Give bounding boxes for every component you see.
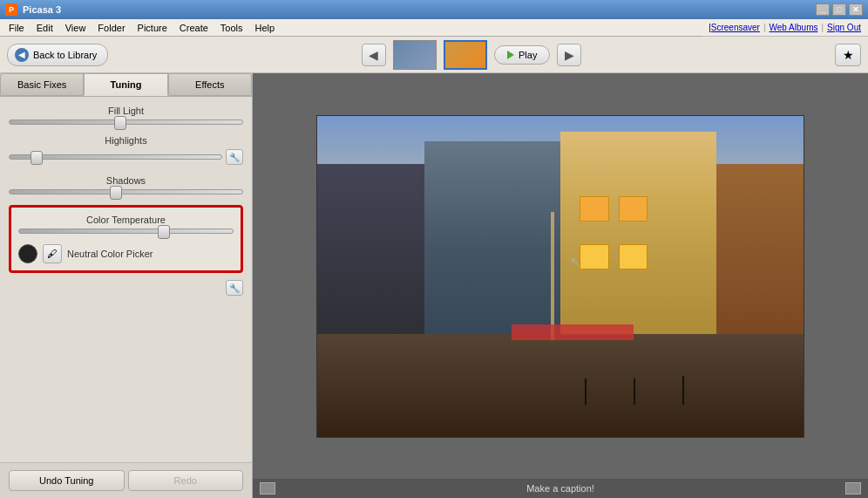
caption-text[interactable]: Make a caption! <box>526 483 594 494</box>
highlights-thumb[interactable] <box>31 151 43 165</box>
caption-nav-right[interactable] <box>845 482 861 495</box>
menu-edit[interactable]: Edit <box>31 22 58 34</box>
star-button[interactable]: ★ <box>835 44 861 66</box>
person-3 <box>682 376 684 405</box>
play-button[interactable]: Play <box>494 45 550 65</box>
neutral-color-circle <box>18 244 37 263</box>
plaza-ground <box>317 334 804 437</box>
color-temp-box: Color Temperature 🖋 Neutral Color Picker <box>9 205 243 273</box>
screensaver-link[interactable]: Screensaver <box>711 23 760 32</box>
menu-file[interactable]: File <box>3 22 30 34</box>
building-right <box>716 164 804 357</box>
panel-footer: Undo Tuning Redo <box>0 462 252 498</box>
main-content: Basic Fixes Tuning Effects Fill Light Hi… <box>0 73 868 498</box>
shop-awning <box>512 324 634 340</box>
web-albums-link[interactable]: Web Albums <box>770 23 818 32</box>
window-glow-3 <box>580 244 608 269</box>
tabs: Basic Fixes Tuning Effects <box>0 73 252 97</box>
menu-folder[interactable]: Folder <box>92 22 130 34</box>
menu-help[interactable]: Help <box>250 22 281 34</box>
shadows-thumb[interactable] <box>110 186 122 200</box>
eyedropper-button[interactable]: 🖋 <box>43 244 62 263</box>
nav-right: ★ <box>835 44 861 66</box>
back-to-library-button[interactable]: ◀ Back to Library <box>7 44 108 66</box>
shadows-section: Shadows <box>9 175 243 194</box>
window-glow-2 <box>619 196 648 222</box>
tab-tuning[interactable]: Tuning <box>84 73 167 96</box>
window-glow-1 <box>580 196 608 222</box>
neutral-color-picker-row: 🖋 Neutral Color Picker <box>18 244 234 263</box>
color-temperature-label: Color Temperature <box>18 215 234 225</box>
highlights-slider-container: 🔧 <box>9 149 243 165</box>
nav-center: ◀ Play ▶ <box>115 40 828 70</box>
color-temperature-section: Color Temperature <box>18 215 234 234</box>
menu-view[interactable]: View <box>60 22 92 34</box>
person-1 <box>585 379 587 404</box>
tab-effects[interactable]: Effects <box>168 73 252 96</box>
fill-light-slider[interactable] <box>9 119 243 125</box>
fill-light-thumb[interactable] <box>114 116 126 130</box>
menu-picture[interactable]: Picture <box>132 22 173 34</box>
left-panel: Basic Fixes Tuning Effects Fill Light Hi… <box>0 73 253 498</box>
color-temp-slider-container <box>18 229 234 234</box>
shadows-slider-container <box>9 189 243 194</box>
highlights-label: Highlights <box>9 135 243 146</box>
street-light <box>551 212 554 340</box>
highlights-slider[interactable] <box>9 154 222 160</box>
thumbnail-nav-1[interactable] <box>393 40 437 70</box>
cursor-indicator: ↖ <box>570 254 581 270</box>
fill-light-label: Fill Light <box>9 106 243 116</box>
close-btn[interactable]: ✕ <box>849 3 863 16</box>
fill-light-slider-container <box>9 119 243 125</box>
prev-photo-button[interactable]: ◀ <box>362 44 386 66</box>
photo-container: ↖ <box>253 73 868 479</box>
undo-tuning-button[interactable]: Undo Tuning <box>9 470 125 491</box>
tuning-panel: Fill Light Highlights 🔧 <box>0 97 252 462</box>
menu-create[interactable]: Create <box>174 22 214 34</box>
neutral-color-picker-label: Neutral Color Picker <box>67 249 153 259</box>
highlights-tool-btn[interactable]: 🔧 <box>226 149 243 165</box>
menu-tools[interactable]: Tools <box>215 22 248 34</box>
next-photo-button[interactable]: ▶ <box>557 44 581 66</box>
highlights-section: Highlights 🔧 <box>9 135 243 165</box>
extra-tool-row: 🔧 <box>9 280 243 296</box>
maximize-btn[interactable]: □ <box>832 3 846 16</box>
shadows-slider[interactable] <box>9 189 243 194</box>
shadows-label: Shadows <box>9 175 243 186</box>
photo-area: ↖ Make a caption! <box>253 73 868 498</box>
play-icon <box>507 51 514 59</box>
person-2 <box>634 379 635 404</box>
title-bar: P Picasa 3 _ □ ✕ <box>0 0 868 19</box>
photo-caption-bar: Make a caption! <box>253 479 868 498</box>
play-label: Play <box>519 50 537 60</box>
caption-nav-left[interactable] <box>260 482 275 495</box>
sign-out-link[interactable]: Sign Out <box>827 23 861 32</box>
back-label: Back to Library <box>33 50 97 60</box>
extra-tool-btn[interactable]: 🔧 <box>226 280 243 296</box>
redo-button[interactable]: Redo <box>128 470 244 491</box>
app-icon: P <box>5 3 17 16</box>
thumbnail-image-1 <box>394 41 436 69</box>
minimize-btn[interactable]: _ <box>816 3 830 16</box>
thumbnail-image-2 <box>445 42 485 68</box>
fill-light-section: Fill Light <box>9 106 243 125</box>
tab-basic-fixes[interactable]: Basic Fixes <box>0 73 84 96</box>
top-links-bar: | Screensaver | Web Albums | Sign Out <box>702 19 868 37</box>
main-photo: ↖ <box>316 115 804 438</box>
nav-bar: ◀ Back to Library ◀ Play ▶ ★ <box>0 37 868 73</box>
thumbnail-nav-2[interactable] <box>444 40 487 70</box>
app-title: Picasa 3 <box>23 4 61 15</box>
color-temp-thumb[interactable] <box>158 225 170 239</box>
back-arrow-icon: ◀ <box>15 48 29 62</box>
window-glow-4 <box>619 244 648 269</box>
window-controls: _ □ ✕ <box>816 3 863 16</box>
color-temp-slider[interactable] <box>18 229 234 234</box>
